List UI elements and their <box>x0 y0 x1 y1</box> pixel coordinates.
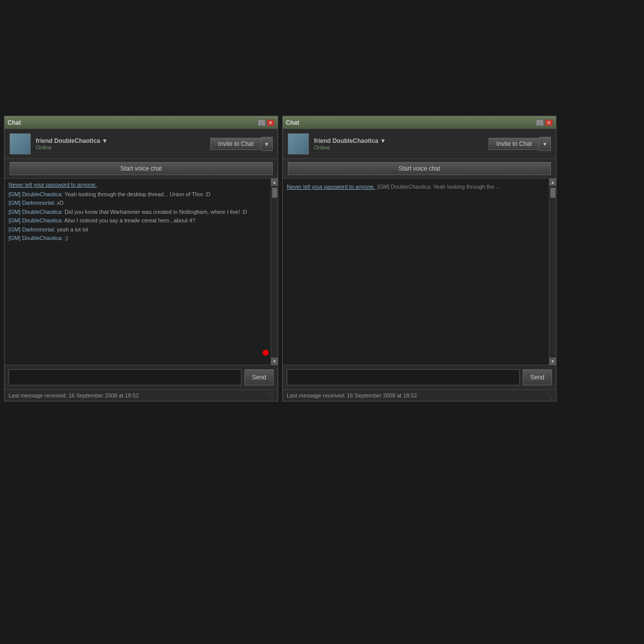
footer-text-2: Last message received: 16 September 2008… <box>287 392 417 398</box>
scroll-down-2[interactable]: ▼ <box>549 358 556 365</box>
scroll-up-2[interactable]: ▲ <box>549 179 556 186</box>
username-2: friend DoubleChaotica ▼ <box>314 137 484 144</box>
chat-notice-2-extra: [GM] DoubleChaotica: Yeah looking throug… <box>377 184 501 190</box>
user-info-2: friend DoubleChaotica ▼ Online <box>314 137 484 150</box>
title-bar-left-1: Chat <box>8 119 21 126</box>
user-info-1: friend DoubleChaotica ▼ Online <box>36 137 205 150</box>
voice-chat-button-2[interactable]: Start voice chat <box>288 162 551 175</box>
chat-notice-2: Never tell your password to anyone. <box>287 184 375 190</box>
voice-section-1: Start voice chat <box>5 159 278 179</box>
title-bar-1: Chat _ ✕ <box>5 116 278 129</box>
invite-dropdown-2[interactable]: ▼ <box>539 137 551 151</box>
invite-button-1[interactable]: Invite to Chat <box>210 138 261 150</box>
message-input-2[interactable] <box>287 369 520 385</box>
invite-button-2[interactable]: Invite to Chat <box>489 138 539 150</box>
footer-bar-2: Last message received: 16 September 2008… <box>283 389 556 401</box>
chat-window-1: Chat _ ✕ friend DoubleChaotica ▼ Online … <box>4 116 278 401</box>
title-bar-2: Chat _ ✕ <box>283 116 556 129</box>
resize-icon-2: ⋱ <box>546 392 552 399</box>
input-section-2: Send <box>283 365 556 389</box>
message-3: [GM] DoubleChaotica: Did you know that W… <box>9 208 274 216</box>
scroll-thumb-1[interactable] <box>272 188 277 198</box>
scroll-down-1[interactable]: ▼ <box>271 358 278 365</box>
message-6: [GM] DoubleChaotica: ;) <box>9 234 274 242</box>
window-title-1: Chat <box>8 119 21 126</box>
invite-section-1: Invite to Chat ▼ <box>210 137 273 151</box>
input-section-1: Send <box>5 365 278 389</box>
username-1: friend DoubleChaotica ▼ <box>36 137 205 144</box>
title-bar-buttons-2: _ ✕ <box>536 119 553 126</box>
minimize-button-1[interactable]: _ <box>258 119 266 126</box>
message-5: [GM] Darkmmortal: yeah a lot lol <box>9 226 274 233</box>
status-2: Online <box>314 144 484 150</box>
windows-container: Chat _ ✕ friend DoubleChaotica ▼ Online … <box>4 116 556 401</box>
resize-icon-1: ⋱ <box>268 392 274 399</box>
chat-notice-1: Never tell your password to anyone. <box>9 182 274 188</box>
title-bar-buttons-1: _ ✕ <box>258 119 275 126</box>
avatar-1 <box>10 133 31 154</box>
status-1: Online <box>36 144 205 150</box>
voice-section-2: Start voice chat <box>283 159 556 179</box>
invite-dropdown-1[interactable]: ▼ <box>261 137 273 151</box>
minimize-button-2[interactable]: _ <box>536 119 544 126</box>
chat-area-1: Never tell your password to anyone. [GM]… <box>5 179 278 365</box>
invite-section-2: Invite to Chat ▼ <box>489 137 551 151</box>
message-2: [GM] Darkmmortal: xD <box>9 199 274 207</box>
send-button-1[interactable]: Send <box>245 369 274 385</box>
close-button-2[interactable]: ✕ <box>545 119 553 126</box>
scroll-up-1[interactable]: ▲ <box>271 179 278 186</box>
voice-chat-button-1[interactable]: Start voice chat <box>10 162 273 175</box>
message-1: [GM] DoubleChaotica: Yeah looking throug… <box>9 191 274 198</box>
scrollbar-1: ▲ ▼ <box>271 179 278 365</box>
chat-window-2: Chat _ ✕ friend DoubleChaotica ▼ Online … <box>282 116 556 401</box>
header-section-2: friend DoubleChaotica ▼ Online Invite to… <box>283 129 556 159</box>
avatar-2 <box>288 133 309 154</box>
chat-area-2: Never tell your password to anyone. [GM]… <box>283 179 556 365</box>
title-bar-left-2: Chat <box>286 119 299 126</box>
message-input-1[interactable] <box>9 369 242 385</box>
window-title-2: Chat <box>286 119 299 126</box>
red-dot-indicator-1 <box>263 350 269 356</box>
desktop: Chat _ ✕ friend DoubleChaotica ▼ Online … <box>0 0 644 644</box>
close-button-1[interactable]: ✕ <box>267 119 275 126</box>
scroll-thumb-2[interactable] <box>550 188 555 198</box>
footer-bar-1: Last message received: 16 September 2008… <box>5 389 278 401</box>
header-section-1: friend DoubleChaotica ▼ Online Invite to… <box>5 129 278 159</box>
footer-text-1: Last message received: 16 September 2008… <box>9 392 139 398</box>
scrollbar-2: ▲ ▼ <box>549 179 556 365</box>
send-button-2[interactable]: Send <box>523 369 552 385</box>
message-4: [GM] DoubleChaotica: Also I noticed you … <box>9 217 274 224</box>
